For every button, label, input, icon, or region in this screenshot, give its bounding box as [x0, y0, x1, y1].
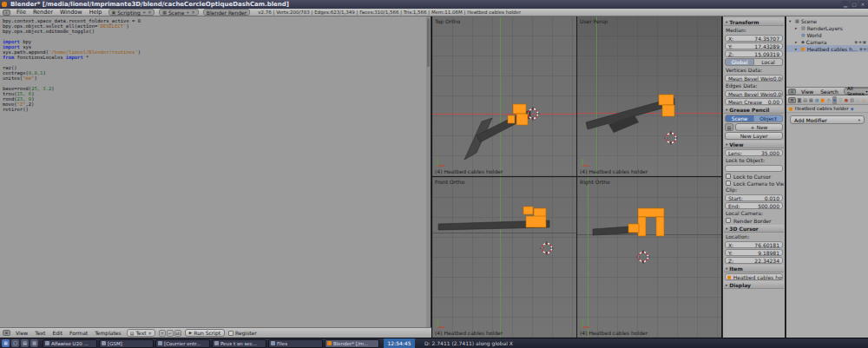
applications-menu-icon[interactable]: ▦	[2, 339, 10, 347]
taskbar-window-6[interactable]: Blender* [/m...	[325, 339, 379, 348]
gp-data-source-toggle-scene[interactable]: Scene	[725, 115, 754, 122]
outliner-display-mode-dropdown[interactable]: All Scenes ▾	[844, 88, 868, 95]
visibility-toggle[interactable]: ◉	[859, 47, 863, 51]
text-datablock-selector[interactable]: ▤ Text ✕	[127, 329, 155, 337]
menu-render[interactable]: Render	[31, 9, 55, 16]
minimize-button[interactable]: ▁	[842, 1, 849, 8]
menu-window[interactable]: Window	[58, 9, 84, 16]
gp-new-button[interactable]: + New	[735, 123, 783, 131]
outliner-item-renderlayers[interactable]: ▸▧RenderLayers	[786, 24, 868, 31]
tab-scene[interactable]: ▦	[809, 96, 814, 104]
mesh-object-right-view[interactable]	[588, 203, 683, 246]
scene-selector[interactable]: ▦ Scene + ✕	[159, 9, 198, 16]
expander-icon[interactable]: ▸	[795, 26, 799, 30]
viewport-front-ortho[interactable]: Front Ortho (4) Heatbed cables holder	[432, 177, 576, 338]
text-menu-view[interactable]: View	[14, 330, 30, 336]
tab-constraints[interactable]: ◇	[826, 96, 832, 104]
transform-space-toggle-global[interactable]: Global	[725, 58, 754, 66]
selectability-toggle[interactable]: ◈	[858, 40, 861, 44]
median-x-field[interactable]: X:74.35707	[725, 35, 783, 42]
3d-viewport[interactable]: Top Ortho (4) Heatbed cables holder User…	[432, 16, 721, 338]
taskbar-clock[interactable]: 12:54:45	[384, 338, 415, 348]
text-menu-templates[interactable]: Templates	[93, 330, 123, 336]
viewport-user-persp[interactable]: User Persp (4) Heatbed cables holder	[577, 16, 721, 176]
visibility-toggle[interactable]: ◉	[854, 40, 858, 44]
lock-camera-checkbox[interactable]: Lock Camera to View	[724, 180, 784, 187]
display-panel-header[interactable]: ▸Display	[724, 281, 784, 289]
edge-mean-bevel-field[interactable]: Mean Bevel Weig0.00	[725, 90, 783, 97]
lock-to-cursor-checkbox[interactable]: Lock to Cursor	[724, 173, 784, 180]
expander-icon[interactable]: ▾	[789, 19, 793, 23]
taskbar-window-2[interactable]: [GSM]	[99, 339, 154, 348]
render-engine-selector[interactable]: Blender Render	[203, 9, 251, 16]
line-numbers-toggle[interactable]: ≡	[159, 330, 166, 337]
median-y-field[interactable]: Y:17.43289	[725, 43, 783, 49]
tab-render-layers[interactable]: ▤	[803, 96, 808, 104]
viewport-right-ortho[interactable]: Right Ortho (4) Heatbed cables holder	[577, 177, 721, 338]
gp-data-source-toggle-object[interactable]: Object	[754, 115, 783, 122]
tab-material[interactable]: ●	[844, 96, 849, 104]
render-border-checkbox[interactable]: Render Border	[724, 217, 784, 224]
vertex-mean-bevel-field[interactable]: Mean Bevel Weig0.00	[725, 75, 783, 82]
text-editor-type-icon[interactable]: ≣	[3, 330, 10, 336]
unlink-text-icon[interactable]: ✕	[148, 331, 152, 336]
selectability-toggle[interactable]: ◈	[864, 47, 866, 51]
screen-layout-selector[interactable]: ▣ Scripting + ✕	[108, 9, 155, 16]
transform-panel-header[interactable]: ▾Transform	[724, 18, 784, 26]
taskbar-window-1[interactable]: Alfawise U20 ...	[43, 339, 97, 348]
outliner-item-camera[interactable]: ▸◆Camera◉◈▣	[786, 38, 868, 45]
outliner-editor-icon[interactable]: ☰	[788, 89, 796, 95]
info-editor-icon[interactable]: i	[3, 10, 10, 16]
tab-object[interactable]: ■	[820, 96, 825, 104]
item-panel-header[interactable]: ▾Item	[724, 265, 784, 272]
lens-field[interactable]: Lens:35.000	[725, 149, 783, 156]
show-desktop-icon[interactable]: ▢	[11, 339, 19, 347]
scrollbar-thumb[interactable]	[427, 18, 430, 67]
tab-object-data[interactable]: ▽	[838, 96, 843, 104]
cursor-y-field[interactable]: Y:9.18981	[725, 249, 783, 256]
register-checkbox[interactable]: Register	[228, 330, 257, 336]
text-editor[interactable]: bpy.context.space_data.recent_folders_ac…	[0, 16, 431, 327]
add-modifier-button[interactable]: Add Modifier ▾	[790, 115, 865, 124]
syntax-highlight-toggle[interactable]: ab	[174, 330, 181, 337]
run-script-button[interactable]: ▶ Run Script	[185, 329, 225, 337]
unlink-layout-icon[interactable]: ✕	[148, 10, 151, 16]
tab-world[interactable]: ◍	[814, 96, 819, 104]
item-name-field[interactable]: ■Heatbed cables hol	[725, 273, 783, 280]
outliner-item-world[interactable]: ◍World	[786, 31, 868, 38]
mean-crease-field[interactable]: Mean Crease0.00	[725, 98, 783, 105]
text-editor-scrollbar[interactable]	[426, 16, 431, 327]
clip-end-field[interactable]: End:500.000	[725, 202, 783, 209]
outliner-menu-view[interactable]: View	[799, 89, 815, 95]
mesh-object-front-view[interactable]	[437, 201, 558, 243]
lock-object-field[interactable]	[725, 165, 783, 172]
properties-editor-icon[interactable]: ⊞	[788, 97, 796, 103]
text-menu-format[interactable]: Format	[68, 330, 89, 336]
word-wrap-toggle[interactable]: ↵	[167, 330, 174, 337]
window-titlebar[interactable]: Blender* [/media/lionel/Imprimante3D/ble…	[0, 0, 868, 9]
cursor-panel-header[interactable]: ▾3D Cursor	[724, 225, 784, 233]
viewport-top-ortho[interactable]: Top Ortho (4) Heatbed cables holder	[432, 16, 576, 176]
tab-texture[interactable]: ▨	[850, 96, 855, 104]
text-menu-edit[interactable]: Edit	[50, 330, 64, 336]
outliner-item-scene[interactable]: ▾▦Scene	[786, 17, 868, 24]
expander-icon[interactable]: ▸	[795, 47, 799, 51]
render-toggle[interactable]: ▣	[863, 40, 866, 44]
expander-icon[interactable]: ▸	[795, 40, 799, 44]
python-script[interactable]: bpy.context.space_data.recent_folders_ac…	[0, 16, 431, 112]
cursor-z-field[interactable]: Z:22.34234	[725, 257, 783, 264]
menu-file[interactable]: File	[15, 9, 28, 16]
add-layout-icon[interactable]: +	[142, 10, 146, 16]
maximize-button[interactable]: □	[851, 1, 858, 8]
taskbar-window-4[interactable]: Peux t on sec...	[212, 339, 266, 348]
outliner-menu-search[interactable]: Search	[819, 89, 840, 95]
text-menu-text[interactable]: Text	[33, 330, 47, 336]
median-z-field[interactable]: Z:15.09319	[725, 50, 783, 57]
tab-physics[interactable]: ○	[861, 96, 866, 104]
workspace-switcher-icon[interactable]: ▥	[30, 339, 38, 347]
view-panel-header[interactable]: ▾View	[724, 141, 784, 148]
unlink-scene-icon[interactable]: ✕	[192, 10, 195, 16]
close-button[interactable]: ✕	[859, 1, 866, 8]
grease-pencil-panel-header[interactable]: ▾Grease Pencil	[724, 106, 784, 114]
file-manager-icon[interactable]: ▤	[21, 339, 29, 347]
